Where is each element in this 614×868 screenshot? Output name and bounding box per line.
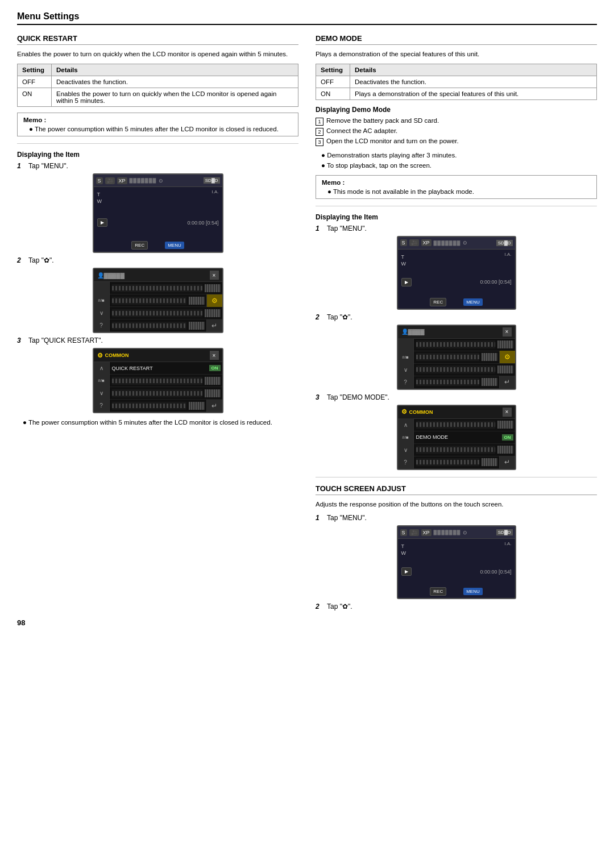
common-nav-up-r[interactable]: ∧ — [398, 418, 414, 431]
page-number: 98 — [17, 618, 597, 627]
demo-step-2-text: Connect the AC adapter. — [326, 127, 397, 134]
bullet-item: The power consumption within 5 minutes a… — [23, 418, 298, 427]
circle-icon: ⊙ — [159, 178, 163, 184]
t-label-t: T — [401, 543, 512, 549]
menu-btn-t[interactable]: MENU — [463, 588, 483, 595]
step-num-1: 1 — [316, 118, 323, 126]
common-close-btn-r[interactable]: × — [503, 408, 512, 417]
step2-left: 2 Tap "✿". — [17, 256, 298, 264]
step1-text: Tap "MENU". — [28, 162, 68, 170]
common-back-btn[interactable]: ↵ — [206, 400, 222, 412]
table-col-details: Details — [52, 64, 298, 76]
gear-btn-r[interactable]: ⚙ — [499, 351, 515, 363]
demo-off-details: Deactivates the function. — [350, 76, 597, 88]
details-off: Deactivates the function. — [52, 76, 298, 88]
quick-restart-description: Enables the power to turn on quickly whe… — [17, 49, 298, 59]
common-nav-question-r[interactable]: ? — [398, 456, 414, 468]
sd-icon-r: SD▓D — [496, 240, 513, 246]
table-row: OFF Deactivates the function. — [18, 76, 298, 88]
w-label: W — [97, 198, 219, 204]
nav-question-r[interactable]: ? — [398, 376, 414, 388]
touch-step2-num: 2 — [316, 603, 323, 610]
cam-icon-r: 🎥 — [409, 239, 419, 246]
play-btn-t[interactable]: ▶ — [401, 567, 412, 576]
demo-mode-title: DEMO MODE — [316, 34, 597, 45]
common-nav-hash-r[interactable]: #/■ — [398, 431, 414, 443]
left-column: QUICK RESTART Enables the power to turn … — [17, 34, 298, 613]
step1-num: 1 — [17, 162, 25, 170]
menu-btn[interactable]: MENU — [165, 242, 184, 249]
step2-num: 2 — [17, 256, 25, 264]
nav-hash-r[interactable]: #/■ — [398, 351, 414, 363]
common-nav-down-r[interactable]: ∨ — [398, 443, 414, 456]
menu-screen-1-right: 👤▓▓▓▓ × #/■ ⚙ ∨ — [397, 325, 516, 390]
touch-step2-text: Tap "✿". — [327, 603, 352, 610]
demo-on-details: Plays a demonstration of the special fea… — [350, 88, 597, 100]
menu-btn-r[interactable]: MENU — [463, 298, 483, 306]
menu-close-btn[interactable]: × — [210, 271, 219, 280]
quick-restart-item[interactable]: QUICK RESTART — [110, 366, 209, 371]
menu-screen-1-left: 👤▓▓▓▓▓ × #/■ ⚙ ∨ — [93, 268, 223, 333]
play-btn[interactable]: ▶ — [97, 218, 107, 227]
table-col-setting: Setting — [18, 64, 52, 76]
sd-icon-t: SD▓D — [496, 529, 513, 535]
back-btn-r[interactable]: ↵ — [499, 376, 515, 388]
step2-text-right: Tap "✿". — [327, 313, 352, 321]
rec-btn-t[interactable]: REC — [430, 587, 446, 596]
common-back-btn-r[interactable]: ↵ — [499, 456, 515, 468]
circle-icon-t: ⊙ — [463, 530, 467, 535]
s-icon-r: S — [400, 239, 407, 246]
gear-icon-r: ⚙ — [401, 408, 407, 416]
menu-close-btn-r[interactable]: × — [503, 327, 512, 337]
displaying-demo-title: Displaying Demo Mode — [316, 106, 597, 114]
memo-title: Memo : — [23, 117, 292, 123]
common-label: ⚙ COMMON — [97, 352, 129, 359]
demo-bullets: Demonstration starts playing after 3 min… — [316, 151, 597, 171]
nav-up-r[interactable] — [398, 338, 414, 351]
signal-dots-t: ▓▓▓▓▓▓▓ — [434, 530, 461, 535]
demo-step-3-text: Open the LCD monitor and turn on the pow… — [326, 138, 459, 144]
cam-icon-t: 🎥 — [409, 529, 419, 536]
demo-table-col-details: Details — [350, 64, 597, 76]
step-num-3: 3 — [316, 138, 323, 146]
gear-btn[interactable]: ⚙ — [206, 294, 222, 307]
demo-step-2: 2 Connect the AC adapter. — [316, 127, 597, 136]
nav-up[interactable] — [94, 282, 110, 294]
step3-text: Tap "QUICK RESTART". — [28, 337, 103, 344]
common-close-btn[interactable]: × — [210, 351, 219, 360]
memo-item: The power consumption within 5 minutes a… — [29, 126, 292, 132]
lcd-screen-touch: S 🎥 XP ▓▓▓▓▓▓▓ ⊙ SD▓D I.A. T W ▶ 0:00:00… — [397, 525, 516, 599]
common-nav-up[interactable]: ∧ — [94, 362, 110, 375]
demo-mode-memo: Memo : This mode is not available in the… — [316, 175, 597, 199]
right-column: DEMO MODE Plays a demonstration of the s… — [316, 34, 597, 613]
ia-label-r: I.A. — [504, 252, 511, 257]
xp-icon-t: XP — [421, 529, 432, 536]
common-nav-hash[interactable]: #/■ — [94, 375, 110, 387]
demo-memo-title: Memo : — [322, 179, 591, 186]
play-btn-r[interactable]: ▶ — [401, 278, 412, 286]
rec-btn-r[interactable]: REC — [430, 298, 446, 306]
step1-text-right: Tap "MENU". — [327, 225, 367, 232]
demo-mode-item[interactable]: DEMO MODE — [414, 434, 502, 440]
touch-step1-num: 1 — [316, 514, 323, 522]
on-badge: ON — [209, 365, 221, 371]
memo-list: The power consumption within 5 minutes a… — [23, 126, 292, 132]
nav-question[interactable]: ? — [94, 319, 110, 332]
step1-num-right: 1 — [316, 225, 323, 232]
s-icon: S — [96, 177, 103, 184]
demo-table-col-setting: Setting — [316, 64, 350, 76]
demo-memo-item: This mode is not available in the playba… — [327, 188, 591, 195]
nav-down[interactable]: ∨ — [94, 307, 110, 319]
common-nav-question[interactable]: ? — [94, 400, 110, 412]
nav-down-r[interactable]: ∨ — [398, 363, 414, 376]
demo-bullet-2: To stop playback, tap on the screen. — [321, 161, 597, 171]
setting-off: OFF — [18, 76, 52, 88]
time-display: 0:00:00 [0:54] — [187, 220, 218, 226]
nav-hash[interactable]: #/■ — [94, 294, 110, 307]
step1-left: 1 Tap "MENU". — [17, 162, 298, 170]
back-btn[interactable]: ↵ — [206, 319, 222, 332]
common-nav-down[interactable]: ∨ — [94, 387, 110, 400]
page-title: Menu Settings — [17, 11, 597, 25]
rec-btn[interactable]: REC — [131, 241, 148, 250]
ia-label-t: I.A. — [504, 541, 511, 546]
